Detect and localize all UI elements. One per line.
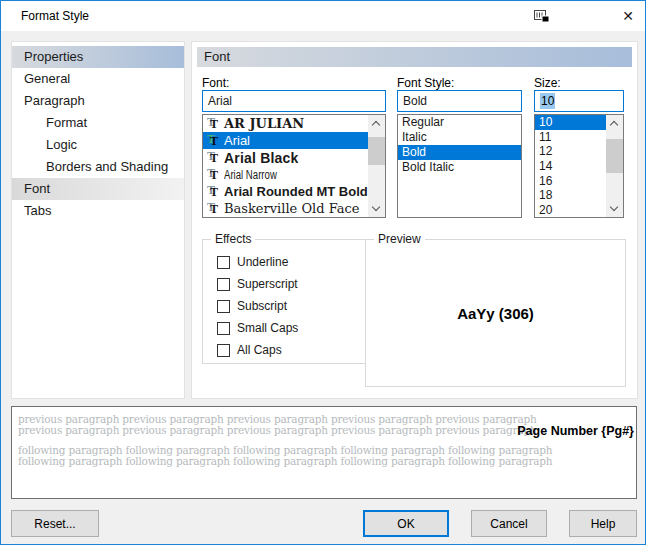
underline-checkbox[interactable] [217, 256, 230, 269]
titlebar: Format Style ✕ [1, 1, 645, 31]
scroll-up-icon[interactable] [368, 115, 385, 132]
close-icon[interactable]: ✕ [609, 1, 646, 31]
font-style-list: Regular Italic Bold Bold Italic [397, 114, 522, 218]
scroll-up-icon[interactable] [606, 115, 623, 132]
scroll-down-icon[interactable] [606, 200, 623, 217]
page-number-field: Page Number {Pg#} [517, 426, 634, 437]
truetype-icon: TT [206, 116, 221, 131]
sidebar-item-logic[interactable]: Logic [12, 134, 184, 156]
following-paragraph-line: following paragraph following paragraph … [18, 456, 636, 467]
paragraph-preview: previous paragraph previous paragraph pr… [11, 406, 637, 499]
sidebar-item-font[interactable]: Font [12, 178, 184, 200]
sidebar-item-tabs[interactable]: Tabs [12, 200, 184, 222]
font-list-item[interactable]: TT Arial Black [203, 149, 368, 166]
truetype-icon: TT [206, 150, 221, 165]
window-card-icon[interactable] [533, 9, 551, 24]
size-list: 10 11 12 14 16 18 20 [534, 114, 624, 218]
format-style-dialog: Format Style ✕ Properties General Paragr… [0, 0, 646, 545]
font-style-label: Font Style: [397, 76, 454, 90]
following-paragraph-line: following paragraph following paragraph … [18, 445, 636, 456]
help-button[interactable]: Help [569, 510, 637, 537]
scrollbar-thumb[interactable] [368, 137, 385, 165]
underline-label[interactable]: Underline [237, 255, 288, 269]
font-input[interactable]: Arial [202, 90, 386, 112]
size-list-item[interactable]: 20 [535, 203, 606, 218]
size-input[interactable]: 10 [534, 90, 624, 112]
font-list-scrollbar[interactable] [368, 115, 385, 217]
cancel-button[interactable]: Cancel [471, 510, 547, 537]
scroll-down-icon[interactable] [368, 200, 385, 217]
size-list-item[interactable]: 12 [535, 144, 606, 159]
ok-button[interactable]: OK [363, 510, 449, 537]
size-list-item[interactable]: 16 [535, 174, 606, 189]
sidebar-item-general[interactable]: General [12, 68, 184, 90]
sidebar-item-format[interactable]: Format [12, 112, 184, 134]
font-preview-sample: AaYy (306) [366, 240, 625, 386]
small-caps-checkbox[interactable] [217, 322, 230, 335]
style-list-item[interactable]: Italic [398, 130, 521, 145]
sidebar-item-borders-and-shading[interactable]: Borders and Shading [12, 156, 184, 178]
sidebar-item-properties[interactable]: Properties [12, 46, 184, 68]
subscript-checkbox[interactable] [217, 300, 230, 313]
size-list-item[interactable]: 18 [535, 188, 606, 203]
style-list-item-selected[interactable]: Bold [398, 145, 521, 160]
style-list-item[interactable]: Bold Italic [398, 160, 521, 175]
size-list-item[interactable]: 11 [535, 130, 606, 145]
font-list-item[interactable]: TT Arial Narrow [203, 166, 368, 183]
small-caps-label[interactable]: Small Caps [237, 321, 298, 335]
all-caps-label[interactable]: All Caps [237, 343, 282, 357]
font-style-input[interactable]: Bold [397, 90, 522, 112]
effects-group: Effects Underline Superscript Subscript … [202, 239, 380, 364]
preview-group: Preview AaYy (306) [365, 239, 626, 387]
font-section-header: Font [197, 47, 632, 67]
size-list-item-selected[interactable]: 10 [535, 115, 606, 130]
truetype-icon: TT [206, 133, 221, 148]
all-caps-checkbox[interactable] [217, 344, 230, 357]
category-sidebar: Properties General Paragraph Format Logi… [11, 41, 185, 399]
font-list-item[interactable]: TT Arial Rounded MT Bold [203, 183, 368, 200]
font-list: TT AR JULIAN TT Arial TT Arial Black TT … [202, 114, 386, 218]
font-panel: Font Font: Arial TT AR JULIAN TT Arial T… [191, 41, 638, 399]
dialog-title: Format Style [21, 9, 89, 23]
truetype-icon: TT [206, 184, 221, 199]
truetype-icon: TT [206, 201, 221, 216]
previous-paragraph-line: previous paragraph previous paragraph pr… [18, 414, 636, 425]
superscript-checkbox[interactable] [217, 278, 230, 291]
scrollbar-thumb[interactable] [606, 139, 623, 173]
style-list-item[interactable]: Regular [398, 115, 521, 130]
font-label: Font: [202, 76, 229, 90]
effects-legend: Effects [211, 232, 255, 246]
truetype-icon: TT [206, 167, 221, 182]
font-list-item[interactable]: TT AR JULIAN [203, 115, 368, 132]
sidebar-item-paragraph[interactable]: Paragraph [12, 90, 184, 112]
font-list-item[interactable]: TT Baskerville Old Face [203, 200, 368, 217]
size-list-scrollbar[interactable] [606, 115, 623, 217]
superscript-label[interactable]: Superscript [237, 277, 298, 291]
subscript-label[interactable]: Subscript [237, 299, 287, 313]
size-label: Size: [534, 76, 561, 90]
font-list-item-selected[interactable]: TT Arial [203, 132, 368, 149]
size-list-item[interactable]: 14 [535, 159, 606, 174]
reset-button[interactable]: Reset... [11, 510, 99, 537]
